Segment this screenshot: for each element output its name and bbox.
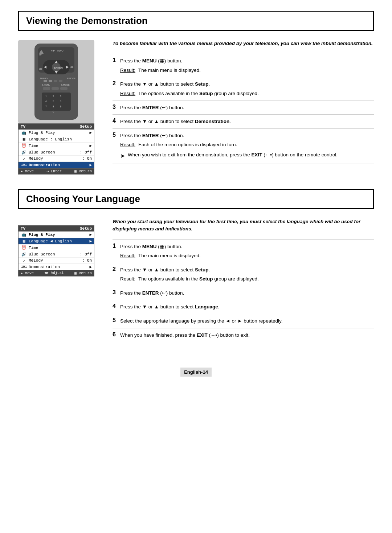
tv-screen2-header: TV Setup xyxy=(19,226,94,231)
svg-rect-13 xyxy=(70,66,73,68)
step2-3-num: 3 xyxy=(113,286,120,300)
svg-rect-22 xyxy=(43,87,50,90)
tv-icon-plugplay: 📺 xyxy=(21,130,27,135)
svg-text:0: 0 xyxy=(53,110,54,113)
svg-text:7: 7 xyxy=(45,105,47,108)
tv-row-plugplay: 📺 Plug & Play ▶ xyxy=(19,130,94,136)
section2-title: Choosing Your Language xyxy=(26,193,366,205)
tv-icon-bluescreen: 🔊 xyxy=(21,150,27,155)
step2-6-num: 6 xyxy=(113,328,120,342)
section2-header: Choosing Your Language xyxy=(18,189,374,209)
step2-2-row: 2 Press the ▼ or ▲ button to select Setu… xyxy=(113,263,374,286)
svg-text:3: 3 xyxy=(60,95,61,98)
step2-6-row: 6 When you have finished, press the EXIT… xyxy=(113,328,374,342)
step2-5-num: 5 xyxy=(113,314,120,328)
tv-screen1-header-right: Setup xyxy=(80,124,92,129)
tv-icon2-bluescreen: 🔊 xyxy=(21,252,27,257)
section-viewing-demonstration: Viewing the Demonstration PIP INFO xyxy=(18,11,374,175)
svg-text:P.MODE: P.MODE xyxy=(67,77,75,79)
section2-left: TV Setup 📺 Plug & Play ▶ ▦ Language ◄ En… xyxy=(18,218,102,342)
tv-screen1-header-left: TV xyxy=(21,124,25,129)
section1-left: PIP INFO ENTER xyxy=(18,40,102,175)
tv-screen2-footer: ✦ Move ◄► Adjust ▦ Return xyxy=(19,270,94,276)
tv-row2-bluescreen: 🔊 Blue Screen : Off xyxy=(19,251,94,258)
svg-text:6: 6 xyxy=(60,100,61,103)
svg-text:2: 2 xyxy=(53,95,54,98)
tv-icon-time: ⏰ xyxy=(21,143,27,148)
step4-content: Press the ▼ or ▲ button to select Demons… xyxy=(120,115,374,129)
step1-num: 1 xyxy=(113,54,120,77)
svg-text:4: 4 xyxy=(45,100,47,103)
step3-row: 3 Press the ENTER (↵) button. xyxy=(113,101,374,115)
tv-row-time: ⏰ Time ▶ xyxy=(19,143,94,149)
tv-row-melody: ♪ Melody : On xyxy=(19,156,94,162)
tv-row2-language: ▦ Language ◄ English ▶ xyxy=(19,238,94,245)
note-arrow: ➤ xyxy=(120,151,125,161)
page-footer-container: English-14 xyxy=(18,357,374,377)
tv-icon2-melody: ♪ xyxy=(21,258,27,263)
section1-title: Viewing the Demonstration xyxy=(26,15,366,26)
step2-row: 2 Press the ▼ or ▲ button to select Setu… xyxy=(113,77,374,101)
svg-text:5: 5 xyxy=(53,100,54,103)
section2-intro: When you start using your television for… xyxy=(113,218,374,233)
svg-rect-12 xyxy=(39,68,42,70)
svg-text:ENTER: ENTER xyxy=(54,66,63,69)
svg-text:TURBO: TURBO xyxy=(40,77,48,79)
section-choosing-language: Choosing Your Language TV Setup 📺 Plug &… xyxy=(18,189,374,342)
tv-row-language: ▦ Language : English xyxy=(19,136,94,143)
step2-3-content: Press the ENTER (↵) button. xyxy=(120,286,374,300)
step2-1-row: 1 Press the MENU (▦) button. Result: The… xyxy=(113,239,374,263)
step2-5-content: Select the appropriate language by press… xyxy=(120,314,374,328)
section1-steps: 1 Press the MENU (▦) button. Result: The… xyxy=(113,54,374,164)
step4-row: 4 Press the ▼ or ▲ button to select Demo… xyxy=(113,115,374,129)
svg-text:1: 1 xyxy=(45,95,47,98)
tv-icon2-time: ⏰ xyxy=(21,245,27,250)
remote-control-image: PIP INFO ENTER xyxy=(18,40,94,123)
tv-row2-time: ⏰ Time xyxy=(19,245,94,251)
section2-content: TV Setup 📺 Plug & Play ▶ ▦ Language ◄ En… xyxy=(18,218,374,342)
step3-content: Press the ENTER (↵) button. xyxy=(120,101,374,115)
tv-screen-1: TV Setup 📺 Plug & Play ▶ ▦ Language : En… xyxy=(18,123,94,175)
svg-text:9: 9 xyxy=(60,105,61,108)
svg-rect-19 xyxy=(59,80,62,82)
step5-row: 5 Press the ENTER (↵) button. Result: Ea… xyxy=(113,128,374,164)
tv-row2-melody: ♪ Melody : On xyxy=(19,258,94,264)
step1-content: Press the MENU (▦) button. Result: The m… xyxy=(120,54,374,77)
step1-row: 1 Press the MENU (▦) button. Result: The… xyxy=(113,54,374,77)
step2-2-content: Press the ▼ or ▲ button to select Setup.… xyxy=(120,263,374,286)
step4-num: 4 xyxy=(113,115,120,129)
step2-2-num: 2 xyxy=(113,263,120,286)
step2-num: 2 xyxy=(113,77,120,101)
step2-1-content: Press the MENU (▦) button. Result: The m… xyxy=(120,239,374,263)
section1-intro: To become familiar with the various menu… xyxy=(113,40,374,47)
svg-text:S.MENU: S.MENU xyxy=(42,84,50,86)
tv-screen2-header-right: Setup xyxy=(80,226,92,231)
step3-num: 3 xyxy=(113,101,120,115)
tv-icon2-demonstration: 101 xyxy=(21,265,27,269)
tv-screen-2: TV Setup 📺 Plug & Play ▶ ▦ Language ◄ En… xyxy=(18,225,94,276)
tv-icon2-language: ▦ xyxy=(21,239,27,243)
step2-5-row: 5 Select the appropriate language by pre… xyxy=(113,314,374,328)
tv-row2-demonstration: 101 Demonstration ▶ xyxy=(19,264,94,270)
step2-content: Press the ▼ or ▲ button to select Setup.… xyxy=(120,77,374,101)
tv-icon-language: ▦ xyxy=(21,137,27,142)
step5-content: Press the ENTER (↵) button. Result: Each… xyxy=(120,128,374,164)
section2-steps: 1 Press the MENU (▦) button. Result: The… xyxy=(113,239,374,343)
section2-right: When you start using your television for… xyxy=(113,218,374,342)
tv-icon-demonstration: 101 xyxy=(21,163,27,167)
tv-row-demonstration: 101 Demonstration ▶ xyxy=(19,162,94,168)
page-footer: English-14 xyxy=(180,368,212,377)
step2-4-num: 4 xyxy=(113,300,120,314)
tv-screen2-header-left: TV xyxy=(21,226,25,231)
step2-1-num: 1 xyxy=(113,239,120,263)
svg-rect-18 xyxy=(54,80,57,82)
svg-text:S.MODE: S.MODE xyxy=(61,84,70,86)
tv-screen1-footer: ✦ Move ↵ Enter ▦ Return xyxy=(19,168,94,174)
step2-6-content: When you have finished, press the EXIT (… xyxy=(120,328,374,342)
svg-text:PIP: PIP xyxy=(51,49,55,52)
section1-header: Viewing the Demonstration xyxy=(18,11,374,31)
tv-icon2-plugplay: 📺 xyxy=(21,232,27,237)
svg-text:8: 8 xyxy=(53,105,54,108)
tv-icon-melody: ♪ xyxy=(21,156,27,161)
tv-row-bluescreen: 🔊 Blue Screen : Off xyxy=(19,149,94,156)
